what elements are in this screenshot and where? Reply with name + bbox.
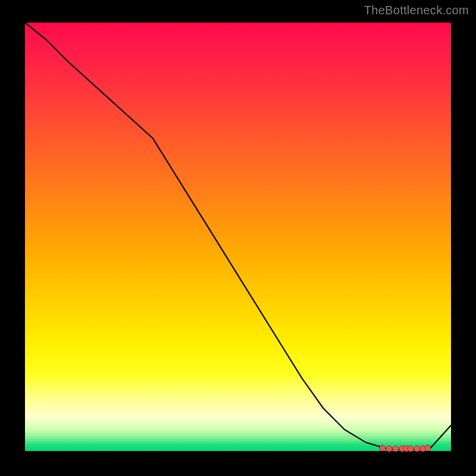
plot-area xyxy=(25,23,451,451)
optimal-marker xyxy=(386,445,393,452)
optimal-marker xyxy=(424,444,431,451)
optimal-markers xyxy=(25,23,451,451)
optimal-marker xyxy=(392,446,399,452)
attribution-text: TheBottleneck.com xyxy=(364,4,469,17)
optimal-marker xyxy=(414,446,420,452)
optimal-marker xyxy=(407,446,414,452)
optimal-marker xyxy=(380,444,386,451)
